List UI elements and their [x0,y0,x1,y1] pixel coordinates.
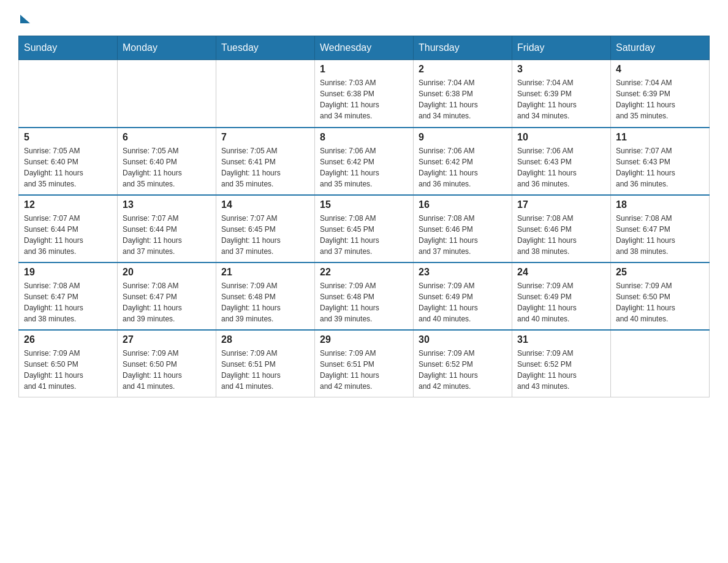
day-number: 25 [616,267,704,278]
calendar-table: SundayMondayTuesdayWednesdayThursdayFrid… [18,36,710,397]
calendar-cell: 18Sunrise: 7:08 AM Sunset: 6:47 PM Dayli… [611,195,710,262]
calendar-cell: 1Sunrise: 7:03 AM Sunset: 6:38 PM Daylig… [315,60,414,128]
day-info: Sunrise: 7:09 AM Sunset: 6:49 PM Dayligh… [419,280,507,324]
day-number: 21 [221,267,309,278]
day-number: 18 [616,199,704,210]
day-info: Sunrise: 7:09 AM Sunset: 6:48 PM Dayligh… [320,280,408,324]
calendar-cell: 31Sunrise: 7:09 AM Sunset: 6:52 PM Dayli… [512,330,611,397]
day-number: 11 [616,132,704,143]
day-number: 14 [221,199,309,210]
calendar-header-tuesday: Tuesday [216,36,315,60]
day-number: 3 [517,64,605,75]
day-info: Sunrise: 7:07 AM Sunset: 6:44 PM Dayligh… [24,213,112,257]
calendar-cell [216,60,315,128]
day-info: Sunrise: 7:05 AM Sunset: 6:41 PM Dayligh… [221,145,309,190]
calendar-cell: 5Sunrise: 7:05 AM Sunset: 6:40 PM Daylig… [19,128,118,195]
day-number: 26 [24,334,112,345]
calendar-cell: 19Sunrise: 7:08 AM Sunset: 6:47 PM Dayli… [19,262,118,330]
calendar-header-monday: Monday [118,36,216,60]
logo-arrow-icon [20,15,30,23]
day-number: 31 [517,334,605,345]
day-info: Sunrise: 7:04 AM Sunset: 6:39 PM Dayligh… [517,77,605,121]
calendar-header-sunday: Sunday [19,36,118,60]
calendar-cell [118,60,216,128]
day-number: 20 [123,267,211,278]
day-number: 19 [24,267,112,278]
day-number: 10 [517,132,605,143]
day-number: 30 [419,334,507,345]
day-info: Sunrise: 7:08 AM Sunset: 6:46 PM Dayligh… [419,213,507,257]
day-info: Sunrise: 7:09 AM Sunset: 6:51 PM Dayligh… [320,348,408,392]
day-number: 7 [221,132,309,143]
calendar-header-saturday: Saturday [611,36,710,60]
day-info: Sunrise: 7:06 AM Sunset: 6:43 PM Dayligh… [517,145,605,190]
day-info: Sunrise: 7:08 AM Sunset: 6:47 PM Dayligh… [123,280,211,324]
calendar-header-friday: Friday [512,36,611,60]
day-info: Sunrise: 7:09 AM Sunset: 6:51 PM Dayligh… [221,348,309,392]
calendar-cell [19,60,118,128]
calendar-cell: 28Sunrise: 7:09 AM Sunset: 6:51 PM Dayli… [216,330,315,397]
calendar-cell: 20Sunrise: 7:08 AM Sunset: 6:47 PM Dayli… [118,262,216,330]
calendar-header-thursday: Thursday [414,36,512,60]
calendar-cell: 13Sunrise: 7:07 AM Sunset: 6:44 PM Dayli… [118,195,216,262]
calendar-cell: 29Sunrise: 7:09 AM Sunset: 6:51 PM Dayli… [315,330,414,397]
calendar-cell: 21Sunrise: 7:09 AM Sunset: 6:48 PM Dayli… [216,262,315,330]
calendar-cell: 6Sunrise: 7:05 AM Sunset: 6:40 PM Daylig… [118,128,216,195]
calendar-cell: 15Sunrise: 7:08 AM Sunset: 6:45 PM Dayli… [315,195,414,262]
day-info: Sunrise: 7:07 AM Sunset: 6:45 PM Dayligh… [221,213,309,257]
calendar-week-row: 1Sunrise: 7:03 AM Sunset: 6:38 PM Daylig… [19,60,710,128]
calendar-week-row: 26Sunrise: 7:09 AM Sunset: 6:50 PM Dayli… [19,330,710,397]
calendar-cell: 12Sunrise: 7:07 AM Sunset: 6:44 PM Dayli… [19,195,118,262]
page-header [18,12,710,23]
calendar-cell: 24Sunrise: 7:09 AM Sunset: 6:49 PM Dayli… [512,262,611,330]
day-info: Sunrise: 7:05 AM Sunset: 6:40 PM Dayligh… [24,145,112,190]
calendar-header-row: SundayMondayTuesdayWednesdayThursdayFrid… [19,36,710,60]
day-info: Sunrise: 7:09 AM Sunset: 6:48 PM Dayligh… [221,280,309,324]
calendar-header-wednesday: Wednesday [315,36,414,60]
day-info: Sunrise: 7:07 AM Sunset: 6:43 PM Dayligh… [616,145,704,190]
calendar-cell: 11Sunrise: 7:07 AM Sunset: 6:43 PM Dayli… [611,128,710,195]
calendar-cell: 4Sunrise: 7:04 AM Sunset: 6:39 PM Daylig… [611,60,710,128]
day-number: 23 [419,267,507,278]
day-info: Sunrise: 7:09 AM Sunset: 6:50 PM Dayligh… [123,348,211,392]
day-number: 24 [517,267,605,278]
day-number: 5 [24,132,112,143]
calendar-week-row: 12Sunrise: 7:07 AM Sunset: 6:44 PM Dayli… [19,195,710,262]
day-number: 4 [616,64,704,75]
day-number: 13 [123,199,211,210]
day-info: Sunrise: 7:06 AM Sunset: 6:42 PM Dayligh… [419,145,507,190]
day-info: Sunrise: 7:09 AM Sunset: 6:52 PM Dayligh… [517,348,605,392]
day-info: Sunrise: 7:06 AM Sunset: 6:42 PM Dayligh… [320,145,408,190]
calendar-cell: 9Sunrise: 7:06 AM Sunset: 6:42 PM Daylig… [414,128,512,195]
day-info: Sunrise: 7:08 AM Sunset: 6:47 PM Dayligh… [24,280,112,324]
day-number: 27 [123,334,211,345]
day-info: Sunrise: 7:05 AM Sunset: 6:40 PM Dayligh… [123,145,211,190]
calendar-cell: 22Sunrise: 7:09 AM Sunset: 6:48 PM Dayli… [315,262,414,330]
day-info: Sunrise: 7:04 AM Sunset: 6:39 PM Dayligh… [616,77,704,121]
calendar-cell: 30Sunrise: 7:09 AM Sunset: 6:52 PM Dayli… [414,330,512,397]
day-number: 6 [123,132,211,143]
calendar-cell: 10Sunrise: 7:06 AM Sunset: 6:43 PM Dayli… [512,128,611,195]
calendar-cell: 25Sunrise: 7:09 AM Sunset: 6:50 PM Dayli… [611,262,710,330]
day-number: 9 [419,132,507,143]
day-number: 15 [320,199,408,210]
calendar-week-row: 5Sunrise: 7:05 AM Sunset: 6:40 PM Daylig… [19,128,710,195]
day-info: Sunrise: 7:08 AM Sunset: 6:46 PM Dayligh… [517,213,605,257]
calendar-cell: 8Sunrise: 7:06 AM Sunset: 6:42 PM Daylig… [315,128,414,195]
day-number: 29 [320,334,408,345]
day-info: Sunrise: 7:03 AM Sunset: 6:38 PM Dayligh… [320,77,408,121]
calendar-cell: 26Sunrise: 7:09 AM Sunset: 6:50 PM Dayli… [19,330,118,397]
calendar-cell: 27Sunrise: 7:09 AM Sunset: 6:50 PM Dayli… [118,330,216,397]
day-info: Sunrise: 7:08 AM Sunset: 6:45 PM Dayligh… [320,213,408,257]
day-number: 28 [221,334,309,345]
day-info: Sunrise: 7:09 AM Sunset: 6:52 PM Dayligh… [419,348,507,392]
day-number: 17 [517,199,605,210]
day-number: 2 [419,64,507,75]
calendar-cell: 16Sunrise: 7:08 AM Sunset: 6:46 PM Dayli… [414,195,512,262]
calendar-cell: 7Sunrise: 7:05 AM Sunset: 6:41 PM Daylig… [216,128,315,195]
calendar-cell: 2Sunrise: 7:04 AM Sunset: 6:38 PM Daylig… [414,60,512,128]
day-info: Sunrise: 7:07 AM Sunset: 6:44 PM Dayligh… [123,213,211,257]
day-info: Sunrise: 7:04 AM Sunset: 6:38 PM Dayligh… [419,77,507,121]
logo [18,12,30,23]
day-number: 1 [320,64,408,75]
